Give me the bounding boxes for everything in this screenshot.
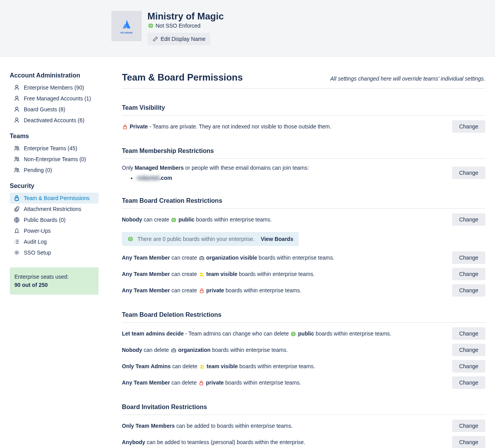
change-button[interactable]: Change bbox=[452, 327, 485, 340]
page-title: Team & Board Permissions bbox=[122, 72, 243, 83]
gear-icon bbox=[14, 249, 20, 256]
change-button[interactable]: Change bbox=[452, 284, 485, 297]
kind: organization bbox=[178, 347, 210, 353]
tail: boards within enterprise teams. bbox=[224, 287, 301, 293]
sidebar-item-sso-setup[interactable]: SSO Setup bbox=[10, 247, 99, 258]
change-button[interactable]: Change bbox=[452, 120, 485, 133]
verb: can create bbox=[142, 216, 171, 223]
change-button[interactable]: Change bbox=[452, 213, 485, 226]
change-button[interactable]: Change bbox=[452, 360, 485, 372]
briefcase-icon bbox=[171, 348, 176, 353]
domain-list: redacted.com bbox=[137, 174, 444, 182]
verb: can create bbox=[170, 287, 198, 293]
change-button[interactable]: Change bbox=[452, 420, 485, 432]
visibility-setting-text: Private - Teams are private. They are no… bbox=[122, 122, 444, 131]
section-heading: Team Membership Restrictions bbox=[122, 148, 485, 159]
verb: can delete bbox=[170, 379, 198, 386]
edit-display-name-button[interactable]: Edit Display Name bbox=[148, 33, 210, 45]
invitation-team-text: Only Team Members can be added to boards… bbox=[122, 422, 444, 430]
who: Only Team Members bbox=[122, 423, 175, 429]
section-board-invitation: Board Invitation Restrictions Only Team … bbox=[122, 404, 485, 448]
section-heading: Team Board Creation Restrictions bbox=[122, 197, 485, 209]
sidebar-label: Attachment Restrictions bbox=[24, 206, 81, 212]
section-heading: Team Board Deletion Restrictions bbox=[122, 311, 485, 323]
sidebar: Account Administration Enterprise Member… bbox=[10, 72, 99, 295]
sidebar-item-team-board-permissions[interactable]: Team & Board Permissions bbox=[10, 193, 99, 204]
verb: can create bbox=[170, 271, 198, 277]
tail: can be added to teamless (personal) boar… bbox=[145, 439, 305, 445]
main-content: Team & Board Permissions All settings ch… bbox=[122, 72, 485, 448]
globe-icon bbox=[148, 23, 153, 28]
tail: boards within enterprise teams. bbox=[257, 255, 334, 261]
sidebar-item-pending[interactable]: Pending (0) bbox=[10, 165, 99, 176]
text: Managed Members bbox=[135, 165, 184, 171]
tail: boards within enterprise teams. bbox=[194, 216, 271, 223]
group-icon bbox=[199, 364, 205, 369]
sso-status-text: Not SSO Enforced bbox=[156, 23, 201, 29]
sidebar-label: Team & Board Permissions bbox=[24, 195, 90, 201]
section-board-deletion: Team Board Deletion Restrictions Let tea… bbox=[122, 311, 485, 389]
sidebar-item-free-managed-accounts[interactable]: Free Managed Accounts (1) bbox=[10, 93, 99, 104]
change-button[interactable]: Change bbox=[452, 268, 485, 280]
sidebar-label: Pending (0) bbox=[24, 167, 52, 173]
kind: private bbox=[206, 379, 224, 386]
edit-button-label: Edit Display Name bbox=[161, 36, 206, 42]
tail: boards within enterprise teams. bbox=[238, 271, 315, 277]
deletion-org-text: Nobody can delete organization boards wi… bbox=[122, 346, 444, 354]
sidebar-label: Public Boards (0) bbox=[24, 217, 65, 223]
change-button[interactable]: Change bbox=[452, 251, 485, 264]
sidebar-item-board-guests[interactable]: Board Guests (8) bbox=[10, 104, 99, 115]
sidebar-label: Non-Enterprise Teams (0) bbox=[24, 156, 86, 162]
sidebar-item-audit-log[interactable]: Audit Log bbox=[10, 236, 99, 247]
sidebar-item-deactivated-accounts[interactable]: Deactivated Accounts (6) bbox=[10, 115, 99, 126]
sidebar-label: SSO Setup bbox=[24, 249, 51, 256]
lock-icon bbox=[199, 380, 204, 386]
sidebar-label: Audit Log bbox=[24, 239, 47, 245]
logo-label: ATLASSIAN bbox=[120, 32, 132, 34]
kind: team visible bbox=[206, 271, 238, 277]
org-name: Ministry of Magic bbox=[148, 11, 224, 22]
sidebar-section-teams-title: Teams bbox=[10, 133, 99, 140]
briefcase-icon bbox=[199, 255, 204, 261]
page-subtitle: All settings changed here will override … bbox=[330, 76, 485, 82]
change-button[interactable]: Change bbox=[452, 344, 485, 356]
text: or people with these email domains can j… bbox=[184, 165, 309, 171]
public-boards-info: There are 0 public boards within your en… bbox=[122, 232, 299, 246]
globe-icon bbox=[291, 331, 296, 337]
sidebar-section-account-title: Account Administration bbox=[10, 72, 99, 79]
sidebar-item-non-enterprise-teams[interactable]: Non-Enterprise Teams (0) bbox=[10, 154, 99, 165]
kind: public bbox=[178, 216, 194, 223]
invitation-teamless-text: Anybody can be added to teamless (person… bbox=[122, 438, 444, 446]
sidebar-section-security-title: Security bbox=[10, 183, 99, 190]
header: ATLASSIAN Ministry of Magic Not SSO Enfo… bbox=[0, 0, 495, 56]
kind: organization visible bbox=[206, 255, 257, 261]
who: Any Team Member bbox=[122, 379, 170, 386]
globe-icon bbox=[128, 236, 133, 242]
who: Nobody bbox=[122, 347, 142, 353]
section-heading: Team Visibility bbox=[122, 104, 485, 116]
kind: public bbox=[298, 330, 314, 337]
globe-icon bbox=[171, 217, 176, 223]
sso-status: Not SSO Enforced bbox=[148, 23, 224, 29]
sidebar-item-enterprise-teams[interactable]: Enterprise Teams (45) bbox=[10, 143, 99, 154]
enterprise-seats-box: Enterprise seats used: 90 out of 250 bbox=[10, 267, 99, 295]
membership-setting-text: Only Managed Members or people with thes… bbox=[122, 163, 444, 183]
domain-blurred: redacted bbox=[137, 175, 159, 181]
sidebar-item-power-ups[interactable]: Power-Ups bbox=[10, 225, 99, 236]
sidebar-item-attachment-restrictions[interactable]: Attachment Restrictions bbox=[10, 204, 99, 214]
change-button[interactable]: Change bbox=[452, 167, 485, 179]
sidebar-item-enterprise-members[interactable]: Enterprise Members (90) bbox=[10, 82, 99, 93]
verb: - Team admins can change who can delete bbox=[184, 330, 291, 337]
kind: team visible bbox=[207, 363, 238, 369]
seats-label: Enterprise seats used: bbox=[14, 273, 94, 281]
sidebar-label: Deactivated Accounts (6) bbox=[24, 117, 85, 123]
change-button[interactable]: Change bbox=[452, 436, 485, 448]
change-button[interactable]: Change bbox=[452, 376, 485, 389]
sidebar-item-public-boards[interactable]: Public Boards (0) bbox=[10, 214, 99, 225]
tail: boards within enterprise teams. bbox=[224, 379, 301, 386]
kind: private bbox=[206, 287, 224, 293]
sidebar-label: Power-Ups bbox=[24, 228, 51, 234]
verb: can create bbox=[170, 255, 198, 261]
view-boards-link[interactable]: View Boards bbox=[261, 236, 293, 242]
pencil-icon bbox=[153, 36, 158, 42]
